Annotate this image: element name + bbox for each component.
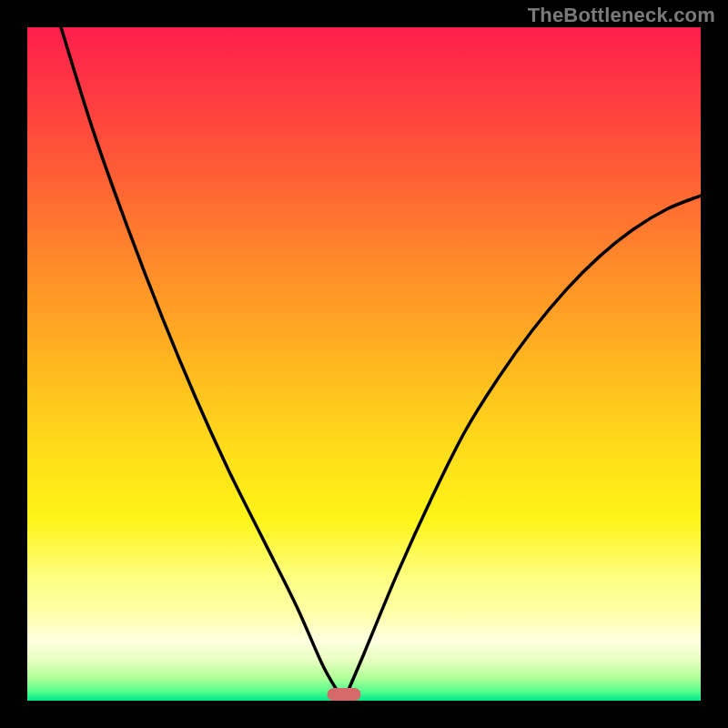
bottleneck-marker [327, 688, 360, 701]
curve-right [344, 196, 701, 701]
chart-frame: TheBottleneck.com [0, 0, 728, 728]
plot-area [27, 27, 701, 701]
curve-left [61, 27, 344, 701]
bottleneck-curve [27, 27, 701, 701]
watermark-text: TheBottleneck.com [528, 4, 715, 27]
